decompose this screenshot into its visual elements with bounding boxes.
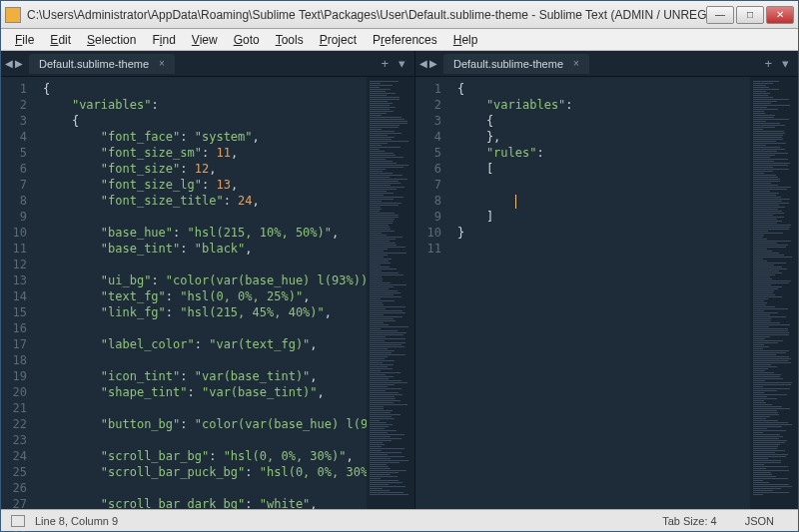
statusbar: Line 8, Column 9 Tab Size: 4 JSON: [1, 509, 798, 531]
menu-view[interactable]: View: [184, 31, 226, 49]
right-gutter: 1 2 3 4 5 6 7 8 9 10 11: [415, 77, 449, 509]
minimize-icon: —: [715, 9, 725, 20]
titlebar[interactable]: C:\Users\Administrator\AppData\Roaming\S…: [1, 1, 798, 29]
tab-label: Default.sublime-theme: [39, 58, 149, 70]
new-tab-button[interactable]: +: [376, 56, 394, 71]
right-code[interactable]: { "variables": { }, "rules": [ ] }: [449, 77, 750, 509]
menu-project[interactable]: Project: [312, 31, 365, 49]
tab-left-file[interactable]: Default.sublime-theme ×: [29, 54, 175, 74]
tab-label: Default.sublime-theme: [453, 58, 563, 70]
close-icon: ✕: [776, 9, 784, 20]
left-pane: ◀ ▶ Default.sublime-theme × + ▾ 1 2 3 4 …: [1, 51, 415, 509]
menu-help[interactable]: Help: [445, 31, 486, 49]
right-pane: ◀ ▶ Default.sublime-theme × + ▾ 1 2 3 4 …: [415, 51, 798, 509]
tabs-left-arrow-icon[interactable]: ◀: [5, 58, 13, 69]
menu-edit[interactable]: Edit: [42, 31, 79, 49]
right-tabrow: ◀ ▶ Default.sublime-theme × + ▾: [415, 51, 798, 77]
minimize-button[interactable]: —: [706, 6, 734, 24]
window-title: C:\Users\Administrator\AppData\Roaming\S…: [27, 8, 706, 22]
tabs-right-arrow-icon[interactable]: ▶: [429, 58, 437, 69]
menu-tools[interactable]: Tools: [268, 31, 312, 49]
tab-right-file[interactable]: Default.sublime-theme ×: [443, 54, 589, 74]
syntax-mode[interactable]: JSON: [731, 515, 788, 527]
tab-close-icon[interactable]: ×: [573, 58, 579, 69]
cursor-position[interactable]: Line 8, Column 9: [35, 515, 118, 527]
menu-find[interactable]: Find: [144, 31, 183, 49]
maximize-button[interactable]: □: [736, 6, 764, 24]
new-tab-button[interactable]: +: [759, 56, 777, 71]
right-editor[interactable]: 1 2 3 4 5 6 7 8 9 10 11 { "variables": {…: [415, 77, 798, 509]
left-code[interactable]: { "variables": { "font_face": "system", …: [35, 77, 367, 509]
left-minimap[interactable]: [367, 77, 414, 509]
app-icon: [5, 7, 21, 23]
statusbar-icon[interactable]: [11, 515, 25, 527]
menu-preferences[interactable]: Preferences: [365, 31, 445, 49]
menu-goto[interactable]: Goto: [226, 31, 268, 49]
tab-menu-button[interactable]: ▾: [394, 56, 410, 71]
menu-selection[interactable]: Selection: [79, 31, 144, 49]
close-button[interactable]: ✕: [766, 6, 794, 24]
tabs-right-arrow-icon[interactable]: ▶: [15, 58, 23, 69]
maximize-icon: □: [747, 9, 753, 20]
tab-size[interactable]: Tab Size: 4: [648, 515, 730, 527]
right-minimap[interactable]: [750, 77, 798, 509]
tab-menu-button[interactable]: ▾: [777, 56, 794, 71]
tabs-left-arrow-icon[interactable]: ◀: [419, 58, 427, 69]
content-area: ◀ ▶ Default.sublime-theme × + ▾ 1 2 3 4 …: [1, 51, 798, 509]
menu-file[interactable]: File: [7, 31, 42, 49]
left-editor[interactable]: 1 2 3 4 5 6 7 8 9 10 11 12 13 14 15 16 1…: [1, 77, 414, 509]
menubar: File Edit Selection Find View Goto Tools…: [1, 29, 798, 51]
tab-close-icon[interactable]: ×: [159, 58, 165, 69]
left-gutter: 1 2 3 4 5 6 7 8 9 10 11 12 13 14 15 16 1…: [1, 77, 35, 509]
left-tabrow: ◀ ▶ Default.sublime-theme × + ▾: [1, 51, 414, 77]
